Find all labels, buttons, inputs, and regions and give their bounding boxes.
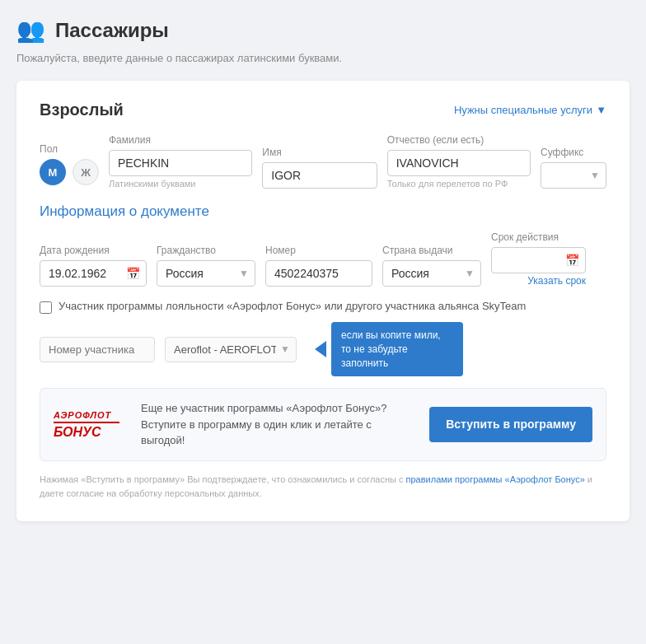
footer-note: Нажимая «Вступить в программу» Вы подтве… xyxy=(40,473,606,502)
name-input[interactable] xyxy=(262,162,377,189)
page-subtitle: Пожалуйста, введите данные о пассажирах … xyxy=(16,52,630,64)
suffix-label: Суффикс xyxy=(541,147,606,158)
passenger-type-title: Взрослый xyxy=(40,100,124,119)
patronymic-hint: Только для перелетов по РФ xyxy=(387,179,531,189)
gender-male-button[interactable]: М xyxy=(40,159,66,185)
indicate-expiry-link[interactable]: Указать срок xyxy=(491,275,586,287)
loyalty-checkbox-label[interactable]: Участник программы лояльности «Аэрофлот … xyxy=(59,300,526,312)
banner-text: Еще не участник программы «Аэрофлот Бону… xyxy=(141,400,416,449)
aeroflot-rules-link[interactable]: правилами программы «Аэрофлот Бонус» xyxy=(406,474,585,484)
page-header: 👥 Пассажиры xyxy=(16,16,630,44)
surname-label: Фамилия xyxy=(109,134,252,146)
card-header: Взрослый Нужны специальные услуги ▼ xyxy=(40,100,606,119)
callout-arrow-left-icon xyxy=(315,341,326,357)
patronymic-label: Отчество (если есть) xyxy=(387,134,531,146)
passengers-icon: 👥 xyxy=(16,16,45,44)
chevron-down-icon: ▼ xyxy=(596,104,606,116)
birthdate-input[interactable] xyxy=(40,260,147,287)
gender-female-button[interactable]: Ж xyxy=(73,159,99,185)
special-services-link[interactable]: Нужны специальные услуги ▼ xyxy=(454,104,606,116)
loyalty-airline-select[interactable]: Aeroflot - AEROFLOT Air France KLM Alita… xyxy=(165,337,297,362)
expiry-label: Срок действия xyxy=(491,231,586,243)
birthdate-label: Дата рождения xyxy=(40,245,147,256)
callout-box: если вы копите мили, то не забудьте запо… xyxy=(331,322,463,376)
issue-country-select[interactable]: Россия США Германия Франция xyxy=(382,260,481,287)
doc-number-input[interactable] xyxy=(265,260,372,287)
surname-hint: Латинскими буквами xyxy=(109,179,252,189)
aeroflot-banner: АЭРОФЛОТ БОНУС Еще не участник программы… xyxy=(40,388,606,461)
patronymic-input[interactable] xyxy=(387,150,531,176)
issue-country-label: Страна выдачи xyxy=(382,245,481,256)
page-title: Пассажиры xyxy=(55,19,169,42)
surname-input[interactable] xyxy=(109,150,252,176)
loyalty-number-input[interactable] xyxy=(40,337,155,362)
passenger-card: Взрослый Нужны специальные услуги ▼ Пол … xyxy=(16,81,630,521)
loyalty-checkbox[interactable] xyxy=(40,301,52,314)
name-label: Имя xyxy=(262,147,377,158)
gender-label: Пол xyxy=(40,143,99,155)
citizenship-label: Гражданство xyxy=(157,245,255,256)
suffix-select[interactable]: Jr Sr II III xyxy=(541,162,606,189)
join-program-button[interactable]: Вступить в программу xyxy=(429,407,592,443)
doc-number-label: Номер xyxy=(265,245,372,256)
expiry-input[interactable] xyxy=(491,247,586,273)
doc-section-title: Информация о документе xyxy=(40,203,606,220)
logo-bonus-text: БОНУС xyxy=(54,425,101,440)
aeroflot-logo: АЭРОФЛОТ БОНУС xyxy=(54,410,128,440)
citizenship-select[interactable]: Россия США Германия Франция xyxy=(157,260,255,287)
logo-line xyxy=(54,422,119,423)
logo-aeroflot-text: АЭРОФЛОТ xyxy=(54,410,111,420)
